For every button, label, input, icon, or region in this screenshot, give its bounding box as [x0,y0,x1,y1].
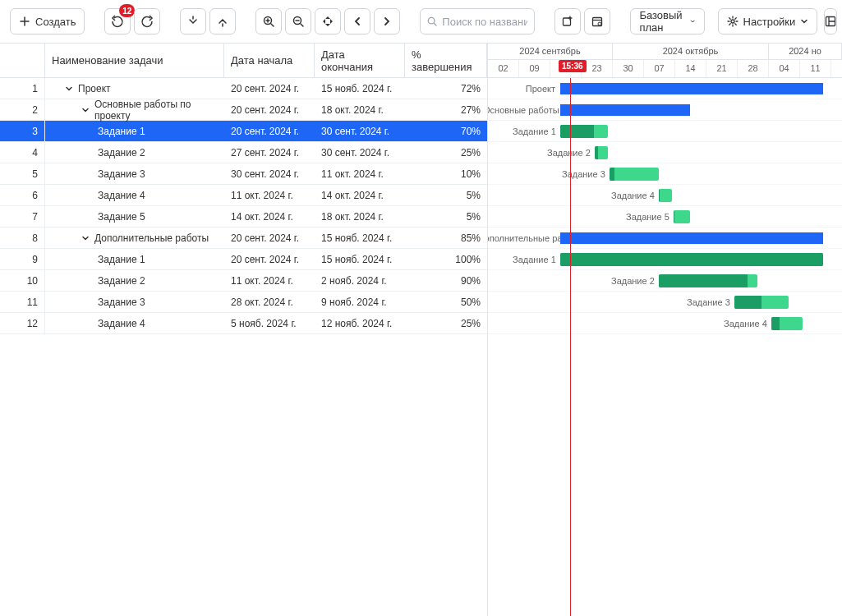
start-date-cell[interactable]: 20 сент. 2024 г. [224,99,315,120]
start-date-cell[interactable]: 20 сент. 2024 г. [224,78,315,99]
pct-cell[interactable]: 10% [405,163,487,184]
add-resource-button[interactable] [554,8,581,34]
pct-cell[interactable]: 70% [405,121,487,141]
pct-cell[interactable]: 50% [405,292,487,312]
start-date-cell[interactable]: 20 сент. 2024 г. [224,121,315,141]
layout-button[interactable] [824,8,837,34]
start-date-cell[interactable]: 30 сент. 2024 г. [224,163,315,184]
end-date-cell[interactable]: 9 нояб. 2024 г. [315,292,405,312]
task-bar[interactable] [734,296,789,309]
table-row[interactable]: 8 Дополнительные работы 20 сент. 2024 г.… [0,228,487,249]
table-row[interactable]: 11 Задание 3 28 окт. 2024 г. 9 нояб. 202… [0,292,487,313]
summary-bar[interactable] [560,232,823,244]
undo-button[interactable]: 12 [104,8,131,34]
table-row[interactable]: 2 Основные работы по проекту 20 сент. 20… [0,99,487,121]
summary-bar[interactable] [560,104,690,116]
pct-cell[interactable]: 72% [405,78,487,99]
task-bar[interactable] [659,274,757,287]
search-input[interactable] [442,16,527,28]
baseline-dropdown[interactable]: Базовый план [630,8,704,34]
task-name-cell[interactable]: Задание 2 [45,142,224,163]
end-date-cell[interactable]: 30 сент. 2024 г. [315,142,405,163]
table-row[interactable]: 4 Задание 2 27 сент. 2024 г. 30 сент. 20… [0,142,487,163]
task-name-cell[interactable]: Задание 3 [45,292,224,312]
table-row[interactable]: 12 Задание 4 5 нояб. 2024 г. 12 нояб. 20… [0,313,487,334]
pct-cell[interactable]: 5% [405,206,487,227]
summary-bar[interactable] [560,83,823,94]
zoom-in-button[interactable] [255,8,282,34]
create-button[interactable]: Создать [10,8,85,34]
settings-dropdown[interactable]: Настройки [718,8,818,34]
task-bar[interactable] [610,168,659,181]
start-date-cell[interactable]: 11 окт. 2024 г. [224,270,315,291]
start-date-cell[interactable]: 28 окт. 2024 г. [224,292,315,312]
task-name-cell[interactable]: Задание 1 [45,249,224,269]
expand-toggle[interactable] [81,106,90,114]
start-date-cell[interactable]: 27 сент. 2024 г. [224,142,315,163]
task-name-cell[interactable]: Задание 2 [45,270,224,291]
expand-toggle[interactable] [65,85,73,93]
end-date-cell[interactable]: 18 окт. 2024 г. [315,99,405,120]
gantt-task-label: Задание 4 [611,191,654,200]
end-date-cell[interactable]: 15 нояб. 2024 г. [315,249,405,269]
end-date-cell[interactable]: 18 окт. 2024 г. [315,206,405,227]
start-date-cell[interactable]: 11 окт. 2024 г. [224,185,315,205]
end-date-cell[interactable]: 15 нояб. 2024 г. [315,228,405,248]
end-date-cell[interactable]: 15 нояб. 2024 г. [315,78,405,99]
task-name-cell[interactable]: Задание 3 [45,163,224,184]
task-bar[interactable] [659,189,672,202]
table-row[interactable]: 9 Задание 1 20 сент. 2024 г. 15 нояб. 20… [0,249,487,270]
task-name-cell[interactable]: Задание 4 [45,185,224,205]
gantt-row: Задание 2 [488,270,842,292]
task-name-cell[interactable]: Дополнительные работы [45,228,224,248]
col-start[interactable]: Дата начала [224,44,315,77]
task-name-cell[interactable]: Основные работы по проекту [45,99,224,120]
redo-button[interactable] [134,8,160,34]
col-pct[interactable]: % завершения [405,44,487,77]
task-bar[interactable] [560,253,823,266]
pct-cell[interactable]: 90% [405,270,487,291]
prev-button[interactable] [344,8,370,34]
end-date-cell[interactable]: 14 окт. 2024 г. [315,185,405,205]
pct-cell[interactable]: 85% [405,228,487,248]
task-name-cell[interactable]: Проект [45,78,224,99]
table-row[interactable]: 6 Задание 4 11 окт. 2024 г. 14 окт. 2024… [0,185,487,206]
pct-cell[interactable]: 25% [405,142,487,163]
today-marker: 15:36 [559,60,587,72]
table-row[interactable]: 10 Задание 2 11 окт. 2024 г. 2 нояб. 202… [0,270,487,292]
zoom-out-button[interactable] [285,8,311,34]
end-date-cell[interactable]: 11 окт. 2024 г. [315,163,405,184]
task-name-cell[interactable]: Задание 1 [45,121,224,141]
end-date-cell[interactable]: 30 сент. 2024 г. [315,121,405,141]
gantt-task-label: Задание 2 [547,148,590,158]
start-date-cell[interactable]: 5 нояб. 2024 г. [224,313,315,333]
col-end[interactable]: Дата окончания [315,44,405,77]
end-date-cell[interactable]: 12 нояб. 2024 г. [315,313,405,333]
pct-cell[interactable]: 5% [405,185,487,205]
task-bar[interactable] [771,317,803,330]
calendar-button[interactable] [584,8,610,34]
table-row[interactable]: 7 Задание 5 14 окт. 2024 г. 18 окт. 2024… [0,206,487,228]
task-bar[interactable] [595,146,608,159]
zoom-fit-button[interactable] [315,8,341,34]
start-date-cell[interactable]: 14 окт. 2024 г. [224,206,315,227]
pct-cell[interactable]: 100% [405,249,487,269]
collapse-all-button[interactable] [209,8,236,34]
expand-toggle[interactable] [81,234,90,242]
table-row[interactable]: 5 Задание 3 30 сент. 2024 г. 11 окт. 202… [0,163,487,185]
expand-all-button[interactable] [180,8,206,34]
col-name[interactable]: Наименование задачи [45,44,224,77]
next-button[interactable] [374,8,400,34]
pct-cell[interactable]: 27% [405,99,487,120]
task-name-cell[interactable]: Задание 4 [45,313,224,333]
task-bar[interactable] [674,210,690,223]
table-row[interactable]: 1 Проект 20 сент. 2024 г. 15 нояб. 2024 … [0,78,487,99]
start-date-cell[interactable]: 20 сент. 2024 г. [224,249,315,269]
pct-cell[interactable]: 25% [405,313,487,333]
task-bar[interactable] [560,125,608,138]
search-input-wrap[interactable] [420,8,535,34]
end-date-cell[interactable]: 2 нояб. 2024 г. [315,270,405,291]
task-name-cell[interactable]: Задание 5 [45,206,224,227]
start-date-cell[interactable]: 20 сент. 2024 г. [224,228,315,248]
table-row[interactable]: 3 Задание 1 20 сент. 2024 г. 30 сент. 20… [0,121,487,142]
